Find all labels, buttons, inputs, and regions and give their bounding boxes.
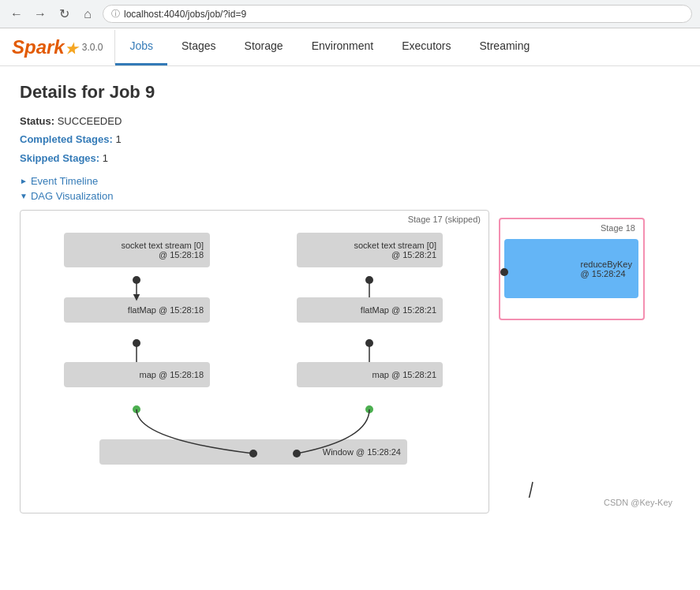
svg-point-2 [133, 339, 140, 347]
completed-label[interactable]: Completed Stages: [20, 133, 113, 145]
status-label: Status: [20, 115, 54, 127]
section-links: ► Event Timeline ▼ DAG Visualization [20, 175, 680, 202]
status-line: Status: SUCCEEDED [20, 112, 680, 130]
map1-node: map @ 15:28:18 [64, 362, 210, 387]
dag-visualization-label: DAG Visualization [31, 190, 114, 202]
triangle-right-icon: ► [20, 177, 28, 185]
stage-17-box: Stage 17 (skipped) socket text stream [0… [20, 210, 489, 513]
skipped-label[interactable]: Skipped Stages: [20, 152, 99, 164]
nav-storage[interactable]: Storage [230, 28, 298, 65]
svg-point-0 [133, 276, 140, 284]
forward-button[interactable]: → [32, 6, 49, 23]
url-text: localhost:4040/jobs/job/?id=9 [124, 9, 246, 20]
svg-point-7 [365, 339, 373, 347]
spark-version: 3.0.0 [82, 42, 103, 53]
back-button[interactable]: ← [8, 6, 25, 23]
nav-jobs[interactable]: Jobs [115, 28, 167, 65]
event-timeline-label: Event Timeline [31, 175, 98, 187]
stage-18-label: Stage 18 [504, 223, 639, 233]
browser-chrome: ← → ↻ ⌂ ⓘ localhost:4040/jobs/job/?id=9 [0, 0, 700, 28]
address-bar[interactable]: ⓘ localhost:4040/jobs/job/?id=9 [103, 5, 692, 23]
skipped-line: Skipped Stages: 1 [20, 149, 680, 167]
dag-wrapper: Stage 17 (skipped) socket text stream [0… [20, 210, 680, 513]
completed-line: Completed Stages: 1 [20, 130, 680, 148]
lock-icon: ⓘ [111, 8, 120, 20]
reload-button[interactable]: ↻ [55, 6, 73, 23]
spark-star: ★ [65, 41, 77, 57]
status-section: Status: SUCCEEDED Completed Stages: 1 Sk… [20, 112, 680, 167]
skipped-value: 1 [103, 152, 108, 164]
stage-17-label: Stage 17 (skipped) [24, 215, 485, 224]
socket2-node: socket text stream [0]@ 15:28:21 [297, 233, 443, 267]
map2-node: map @ 15:28:21 [297, 362, 443, 387]
home-button[interactable]: ⌂ [79, 6, 96, 23]
triangle-down-icon: ▼ [20, 192, 28, 200]
spark-logo: Spark★ 3.0.0 [0, 30, 115, 65]
socket1-node: socket text stream [0]@ 15:28:18 [64, 233, 210, 267]
completed-value: 1 [115, 133, 121, 145]
page-title: Details for Job 9 [20, 82, 680, 103]
event-timeline-link[interactable]: ► Event Timeline [20, 175, 680, 187]
svg-point-9 [365, 405, 373, 413]
stage-18-box: Stage 18 reduceByKey@ 15:28:24 [499, 218, 645, 320]
main-content: Details for Job 9 Status: SUCCEEDED Comp… [0, 66, 700, 523]
top-nav: Spark★ 3.0.0 Jobs Stages Storage Environ… [0, 28, 700, 66]
flatmap1-node: flatMap @ 15:28:18 [64, 297, 210, 323]
svg-point-5 [365, 276, 373, 284]
window-node: Window @ 15:28:24 [99, 439, 407, 465]
flatmap2-node: flatMap @ 15:28:21 [297, 297, 443, 323]
svg-point-4 [133, 405, 140, 413]
status-value: SUCCEEDED [58, 115, 122, 127]
nav-executors[interactable]: Executors [387, 28, 465, 65]
nav-environment[interactable]: Environment [298, 28, 388, 65]
dag-visualization-link[interactable]: ▼ DAG Visualization [20, 190, 680, 202]
nav-stages[interactable]: Stages [167, 28, 230, 65]
spark-logo-text: Spark★ [12, 36, 77, 58]
main-nav: Jobs Stages Storage Environment Executor… [115, 28, 544, 65]
nav-streaming[interactable]: Streaming [465, 28, 544, 65]
reduce-node: reduceByKey@ 15:28:24 [504, 239, 638, 298]
